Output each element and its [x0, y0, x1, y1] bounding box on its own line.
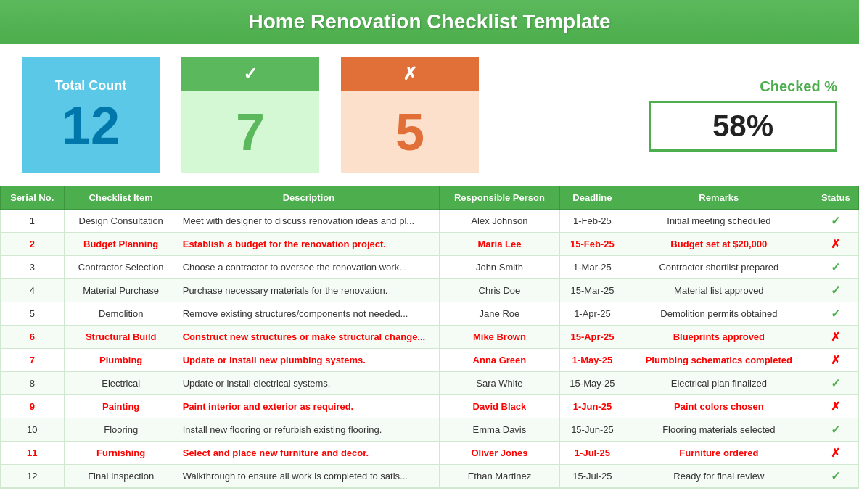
cell-remarks: Blueprints approved — [625, 326, 813, 349]
cell-serial: 8 — [1, 372, 65, 395]
cell-person: Ethan Martinez — [440, 465, 560, 488]
cell-status: ✗ — [813, 395, 858, 418]
cell-item: Budget Planning — [64, 233, 178, 256]
cell-description: Select and place new furniture and decor… — [178, 442, 439, 465]
cell-person: David Black — [440, 395, 560, 418]
summary-section: Total Count 12 ✓ 7 ✗ 5 Checked % 58% — [0, 44, 859, 186]
col-status: Status — [813, 186, 858, 210]
cell-deadline: 15-Apr-25 — [559, 326, 625, 349]
cell-remarks: Electrical plan finalized — [625, 372, 813, 395]
cell-person: Chris Doe — [440, 279, 560, 302]
table-wrapper: Serial No. Checklist Item Description Re… — [0, 186, 859, 488]
cell-description: Update or install new plumbing systems. — [178, 349, 439, 372]
cell-description: Meet with designer to discuss renovation… — [178, 210, 439, 233]
cell-person: Jane Roe — [440, 302, 560, 326]
table-row: 9 Painting Paint interior and exterior a… — [1, 395, 859, 418]
cell-status: ✓ — [813, 418, 858, 442]
table-row: 2 Budget Planning Establish a budget for… — [1, 233, 859, 256]
cell-deadline: 15-Jul-25 — [559, 465, 625, 488]
status-check-icon: ✓ — [831, 261, 840, 273]
table-row: 7 Plumbing Update or install new plumbin… — [1, 349, 859, 372]
cell-item: Electrical — [64, 372, 178, 395]
cell-item: Painting — [64, 395, 178, 418]
cell-status: ✓ — [813, 279, 858, 302]
cell-description: Remove existing structures/components no… — [178, 302, 439, 326]
cell-serial: 7 — [1, 349, 65, 372]
col-item: Checklist Item — [64, 186, 178, 210]
cell-remarks: Contractor shortlist prepared — [625, 256, 813, 279]
table-row: 11 Furnishing Select and place new furni… — [1, 442, 859, 465]
cell-item: Final Inspection — [64, 465, 178, 488]
cell-remarks: Plumbing schematics completed — [625, 349, 813, 372]
status-check-icon: ✓ — [831, 470, 840, 482]
cell-serial: 2 — [1, 233, 65, 256]
status-cross-icon: ✗ — [831, 447, 840, 459]
cross-icon: ✗ — [341, 57, 479, 91]
status-cross-icon: ✗ — [831, 400, 840, 413]
status-check-icon: ✓ — [831, 307, 840, 320]
cell-status: ✗ — [813, 233, 858, 256]
cell-serial: 10 — [1, 418, 65, 442]
cell-serial: 4 — [1, 279, 65, 302]
cell-description: Install new flooring or refurbish existi… — [178, 418, 439, 442]
checked-pct-box: 58% — [649, 101, 837, 152]
cell-status: ✗ — [813, 442, 858, 465]
cell-person: Anna Green — [440, 349, 560, 372]
cell-person: Alex Johnson — [440, 210, 560, 233]
cell-remarks: Flooring materials selected — [625, 418, 813, 442]
total-count-card: Total Count 12 — [22, 57, 160, 173]
table-row: 10 Flooring Install new flooring or refu… — [1, 418, 859, 442]
cross-card: ✗ 5 — [341, 57, 479, 173]
cell-remarks: Furniture ordered — [625, 442, 813, 465]
cell-status: ✓ — [813, 465, 858, 488]
cell-person: Sara White — [440, 372, 560, 395]
table-row: 4 Material Purchase Purchase necessary m… — [1, 279, 859, 302]
table-row: 3 Contractor Selection Choose a contract… — [1, 256, 859, 279]
cell-deadline: 15-Mar-25 — [559, 279, 625, 302]
cell-item: Plumbing — [64, 349, 178, 372]
cell-person: Emma Davis — [440, 418, 560, 442]
cell-description: Paint interior and exterior as required. — [178, 395, 439, 418]
col-remarks: Remarks — [625, 186, 813, 210]
cell-deadline: 1-Jun-25 — [559, 395, 625, 418]
cell-remarks: Paint colors chosen — [625, 395, 813, 418]
status-cross-icon: ✗ — [831, 354, 840, 366]
total-count-label: Total Count — [55, 78, 127, 94]
cell-description: Choose a contractor to oversee the renov… — [178, 256, 439, 279]
cell-status: ✓ — [813, 372, 858, 395]
cell-person: Maria Lee — [440, 233, 560, 256]
cell-serial: 5 — [1, 302, 65, 326]
cell-person: Oliver Jones — [440, 442, 560, 465]
cell-remarks: Budget set at $20,000 — [625, 233, 813, 256]
checked-pct-value: 58% — [712, 109, 773, 144]
cell-deadline: 15-Jun-25 — [559, 418, 625, 442]
check-card: ✓ 7 — [181, 57, 319, 173]
status-check-icon: ✓ — [831, 377, 840, 389]
table-row: 8 Electrical Update or install electrica… — [1, 372, 859, 395]
cell-deadline: 1-Jul-25 — [559, 442, 625, 465]
cell-deadline: 1-Apr-25 — [559, 302, 625, 326]
cell-serial: 9 — [1, 395, 65, 418]
checklist-table: Serial No. Checklist Item Description Re… — [0, 186, 859, 488]
table-row: 12 Final Inspection Walkthrough to ensur… — [1, 465, 859, 488]
cell-item: Material Purchase — [64, 279, 178, 302]
cell-status: ✗ — [813, 349, 858, 372]
table-header-row: Serial No. Checklist Item Description Re… — [1, 186, 859, 210]
cell-item: Flooring — [64, 418, 178, 442]
cell-serial: 3 — [1, 256, 65, 279]
cell-status: ✗ — [813, 326, 858, 349]
col-description: Description — [178, 186, 439, 210]
status-check-icon: ✓ — [831, 215, 840, 227]
cell-item: Furnishing — [64, 442, 178, 465]
status-check-icon: ✓ — [831, 284, 840, 297]
cell-serial: 12 — [1, 465, 65, 488]
cell-person: John Smith — [440, 256, 560, 279]
checked-pct-label: Checked % — [760, 78, 837, 95]
cell-item: Contractor Selection — [64, 256, 178, 279]
cross-value: 5 — [395, 102, 424, 162]
cell-status: ✓ — [813, 210, 858, 233]
status-cross-icon: ✗ — [831, 238, 840, 250]
cell-remarks: Initial meeting scheduled — [625, 210, 813, 233]
cell-serial: 11 — [1, 442, 65, 465]
cell-deadline: 15-Feb-25 — [559, 233, 625, 256]
